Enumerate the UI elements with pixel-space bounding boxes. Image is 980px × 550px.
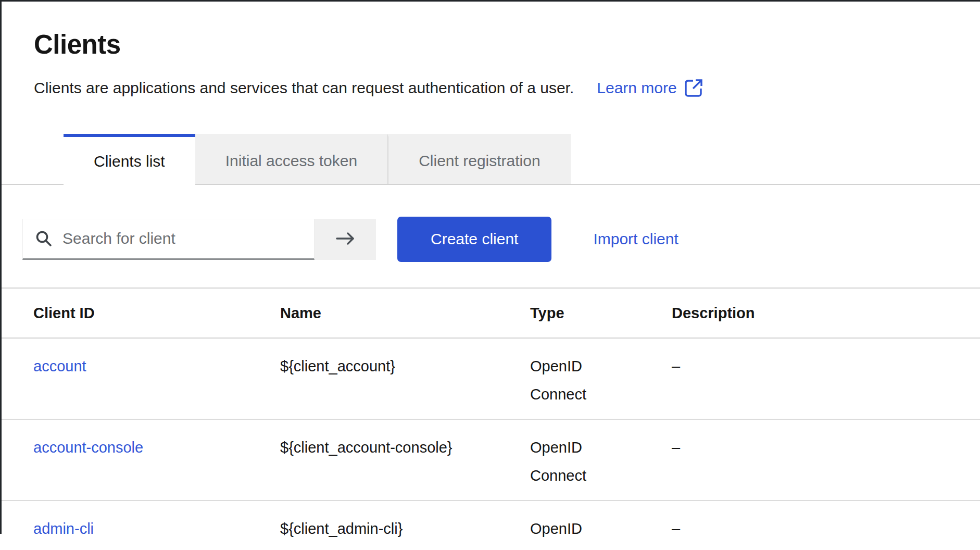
client-id-link[interactable]: account [33, 358, 86, 374]
client-description-cell: – [672, 419, 980, 501]
window-border-left [0, 0, 2, 534]
client-type-cell: OpenID Connect [530, 433, 619, 490]
client-description-cell: – [672, 501, 980, 550]
table-row: account ${client_account} OpenID Connect… [0, 338, 980, 419]
tab-client-registration-label: Client registration [419, 152, 540, 170]
tab-initial-access-token[interactable]: Initial access token [195, 134, 387, 185]
table-row: account-console ${client_account-console… [0, 419, 980, 501]
table-row: admin-cli ${client_admin-cli} OpenID Con… [0, 501, 980, 550]
column-header-type: Type [530, 288, 672, 338]
client-name-cell: ${client_account-console} [280, 419, 530, 501]
tab-clients-list-label: Clients list [94, 153, 165, 170]
tab-bar: Clients list Initial access token Client… [0, 134, 980, 185]
page-subtitle: Clients are applications and services th… [34, 77, 574, 99]
learn-more-label: Learn more [597, 77, 676, 99]
search-input[interactable] [62, 230, 314, 247]
page-subtitle-row: Clients are applications and services th… [34, 77, 946, 99]
client-id-link[interactable]: admin-cli [33, 520, 94, 537]
clients-toolbar: Create client Import client [0, 216, 980, 262]
arrow-right-icon [334, 230, 356, 249]
page-title: Clients [34, 30, 946, 59]
client-type-cell: OpenID Connect [530, 352, 619, 408]
create-client-button[interactable]: Create client [397, 217, 551, 262]
client-type-cell: OpenID Connect [530, 515, 619, 550]
page-header: Clients Clients are applications and ser… [0, 0, 980, 99]
client-name-cell: ${client_admin-cli} [280, 501, 530, 550]
client-id-link[interactable]: account-console [33, 439, 143, 456]
tab-client-registration[interactable]: Client registration [387, 134, 570, 185]
table-header-row: Client ID Name Type Description [0, 288, 980, 338]
window-border-top [0, 0, 980, 2]
column-header-name: Name [280, 288, 530, 338]
learn-more-link[interactable]: Learn more [597, 77, 703, 99]
search-box [22, 219, 315, 260]
client-description-cell: – [672, 338, 980, 419]
external-link-icon [683, 78, 704, 98]
client-name-cell: ${client_account} [280, 338, 530, 419]
tab-clients-list[interactable]: Clients list [64, 134, 195, 186]
column-header-description: Description [672, 288, 980, 338]
import-client-link[interactable]: Import client [593, 230, 678, 248]
clients-page: Clients Clients are applications and ser… [0, 0, 980, 550]
column-header-client-id: Client ID [0, 288, 280, 338]
tab-initial-access-token-label: Initial access token [225, 152, 357, 170]
search-icon [34, 229, 53, 248]
search-submit-button[interactable] [315, 219, 376, 260]
clients-table: Client ID Name Type Description account … [0, 288, 980, 550]
